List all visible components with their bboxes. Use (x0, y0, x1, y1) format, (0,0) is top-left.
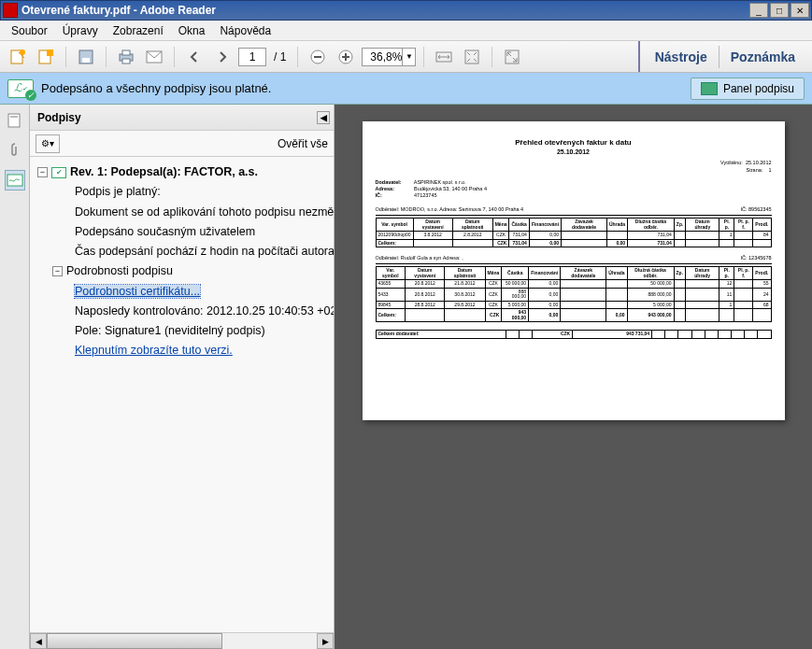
certificate-details-link[interactable]: Podrobnosti certifikátu... (75, 285, 200, 298)
menu-okna[interactable]: Okna (171, 22, 213, 39)
view-version-link[interactable]: Klepnutím zobrazíte tuto verzi. (75, 344, 233, 357)
signatures-panel-header: Podpisy ◀ (30, 105, 334, 131)
maximize-button[interactable]: □ (770, 3, 789, 18)
page-input[interactable] (238, 48, 266, 66)
sig-details-node[interactable]: Podrobnosti podpisu (66, 261, 173, 281)
svg-rect-3 (47, 49, 53, 56)
fit-width-button[interactable] (432, 45, 456, 69)
svg-point-1 (20, 49, 25, 55)
signature-valid-icon: ℒ✔ (7, 79, 34, 98)
print-button[interactable] (114, 45, 138, 69)
scroll-thumb[interactable] (47, 633, 222, 649)
comment-pane-button[interactable]: Poznámka (719, 46, 806, 68)
signatures-panel: Podpisy ◀ ⚙▾ Ověřit vše − ✔ Rev. 1: Pode… (30, 105, 335, 649)
signature-banner: ℒ✔ Podepsáno a všechny podpisy jsou plat… (0, 73, 812, 105)
menu-napoveda[interactable]: Nápověda (212, 22, 278, 39)
collapse-panel-button[interactable]: ◀ (317, 111, 330, 124)
sig-field-label: Pole: Signature1 (neviditelný podpis) (37, 321, 334, 341)
sig-last-checked: Naposledy kontrolováno: 2012.10.25 10:40… (37, 302, 334, 321)
app-icon (3, 3, 18, 18)
email-button[interactable] (142, 45, 166, 69)
panel-options-button[interactable]: ⚙▾ (36, 134, 60, 153)
left-nav-strip (0, 105, 30, 649)
save-button[interactable] (74, 45, 98, 69)
sig-detail-1: Dokument se od aplikování tohoto podpisu… (37, 203, 334, 222)
signature-panel-button[interactable]: Panel podpisu (691, 78, 805, 100)
invoice-grand-total: Celkem dodavatel:CZK943 731,04 (376, 330, 772, 339)
window-title: Otevrené faktury.pdf - Adobe Reader (21, 4, 749, 17)
pdf-page: Přehled otevřených faktur k datu 25.10.2… (363, 121, 785, 420)
doc-title: Přehled otevřených faktur k datu (376, 138, 772, 148)
export-pdf-button[interactable] (6, 45, 30, 69)
svg-rect-19 (10, 116, 18, 118)
read-mode-button[interactable] (500, 45, 524, 69)
title-bar: Otevrené faktury.pdf - Adobe Reader _ □ … (0, 0, 812, 21)
signature-tree: − ✔ Rev. 1: Podepsal(a): FACTOR, a.s. Po… (30, 157, 334, 367)
page-next-button[interactable] (210, 45, 235, 69)
pen-icon (701, 82, 718, 95)
zoom-select[interactable]: 36,8%▼ (362, 48, 416, 66)
zoom-out-button[interactable] (306, 45, 330, 69)
menu-soubor[interactable]: Soubor (4, 22, 55, 39)
attachments-tab[interactable] (5, 140, 25, 161)
document-viewport[interactable]: Přehled otevřených faktur k datu 25.10.2… (335, 105, 812, 649)
toolbar: / 1 36,8%▼ Nástroje Poznámka (0, 41, 812, 73)
signature-rev-label[interactable]: Rev. 1: Podepsal(a): FACTOR, a.s. (70, 162, 258, 182)
sig-status-valid: Podpis je platný: (37, 182, 334, 202)
fit-page-button[interactable] (460, 45, 484, 69)
scroll-right-button[interactable]: ▶ (317, 633, 334, 649)
sig-detail-2: Podepsáno současným uživatelem (37, 222, 334, 242)
menu-bar: Soubor Úpravy Zobrazení Okna Nápověda (0, 21, 812, 41)
minimize-button[interactable]: _ (749, 3, 768, 18)
panel-h-scrollbar[interactable]: ◀ ▶ (30, 632, 334, 649)
svg-rect-8 (122, 59, 130, 63)
page-total-label: / 1 (270, 50, 290, 63)
doc-date: 25.10.2012 (376, 148, 772, 156)
menu-zobrazeni[interactable]: Zobrazení (106, 22, 171, 39)
verify-all-button[interactable]: Ověřit vše (278, 137, 328, 150)
create-pdf-button[interactable] (34, 45, 58, 69)
tools-pane-button[interactable]: Nástroje (644, 46, 719, 68)
zoom-in-button[interactable] (334, 45, 358, 69)
scroll-left-button[interactable]: ◀ (30, 633, 47, 649)
thumbnails-tab[interactable] (5, 110, 25, 131)
svg-rect-7 (122, 50, 130, 55)
chevron-down-icon[interactable]: ▼ (402, 49, 415, 65)
svg-rect-5 (82, 58, 90, 63)
menu-upravy[interactable]: Úpravy (55, 22, 106, 39)
page-prev-button[interactable] (182, 45, 207, 69)
invoice-table-1: Var. symbolDatum vystaveníDatum splatnos… (376, 218, 772, 247)
invoice-table-2: Var. symbolDatum vystaveníDatum splatnos… (376, 266, 772, 322)
signature-ok-icon: ✔ (51, 167, 66, 178)
signature-banner-message: Podepsáno a všechny podpisy jsou platné. (41, 81, 691, 95)
tree-toggle[interactable]: − (37, 167, 48, 177)
tree-toggle[interactable]: − (52, 266, 63, 276)
close-button[interactable]: ✕ (791, 3, 809, 18)
sig-detail-3: Čas podepsání pochází z hodin na počítač… (37, 242, 334, 261)
signatures-tab[interactable] (5, 170, 25, 190)
